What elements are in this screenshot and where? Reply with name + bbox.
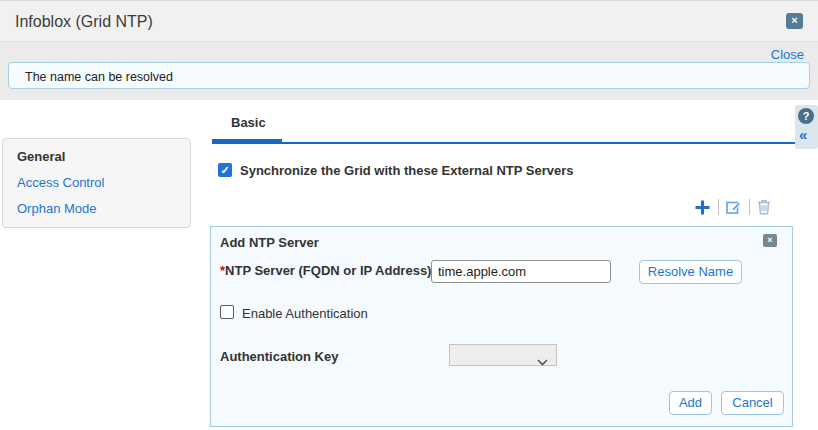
authentication-key-select[interactable] bbox=[449, 344, 557, 366]
authentication-key-label: Authentication Key bbox=[220, 349, 338, 364]
add-ntp-server-panel: Add NTP Server × *NTP Server (FQDN or IP… bbox=[210, 226, 793, 427]
notice-strip: Close The name can be resolved bbox=[0, 42, 818, 100]
ntp-server-label-text: NTP Server (FQDN or IP Address) bbox=[225, 263, 431, 278]
content-area: Basic ? « General Access Control Orphan … bbox=[0, 100, 818, 430]
icon-divider bbox=[749, 199, 750, 215]
page-title: Infoblox (Grid NTP) bbox=[15, 13, 153, 31]
add-button[interactable]: Add bbox=[669, 391, 712, 415]
cancel-button[interactable]: Cancel bbox=[721, 391, 784, 415]
chevron-down-icon bbox=[537, 352, 548, 370]
help-icon[interactable]: ? bbox=[798, 108, 814, 124]
panel-title: Add NTP Server bbox=[220, 235, 319, 250]
sync-checkbox[interactable]: ✓ bbox=[218, 163, 232, 177]
enable-authentication-label: Enable Authentication bbox=[242, 306, 368, 321]
delete-icon[interactable] bbox=[757, 199, 771, 215]
sidebar: General Access Control Orphan Mode bbox=[2, 138, 191, 228]
close-link[interactable]: Close bbox=[771, 47, 804, 62]
sidebar-item-general[interactable]: General bbox=[17, 150, 176, 163]
edit-icon[interactable] bbox=[726, 199, 742, 215]
title-bar: Infoblox (Grid NTP) × bbox=[0, 0, 818, 42]
status-message-text: The name can be resolved bbox=[25, 70, 173, 84]
sync-checkbox-label: Synchronize the Grid with these External… bbox=[240, 163, 574, 178]
resolve-name-button[interactable]: Resolve Name bbox=[639, 260, 742, 284]
tab-underline bbox=[212, 142, 795, 144]
ntp-server-label: *NTP Server (FQDN or IP Address) bbox=[220, 263, 431, 278]
sidebar-item-orphan-mode[interactable]: Orphan Mode bbox=[17, 202, 176, 215]
window-close-icon[interactable]: × bbox=[786, 13, 803, 29]
tab-active-indicator bbox=[212, 139, 282, 144]
add-icon[interactable] bbox=[694, 199, 711, 216]
icon-divider bbox=[718, 199, 719, 215]
ntp-server-input[interactable] bbox=[431, 260, 611, 283]
enable-authentication-checkbox[interactable] bbox=[220, 305, 234, 319]
panel-close-icon[interactable]: × bbox=[763, 234, 777, 247]
sidebar-item-access-control[interactable]: Access Control bbox=[17, 176, 176, 189]
collapse-icon[interactable]: « bbox=[799, 126, 807, 143]
help-panel: ? « bbox=[795, 105, 818, 149]
server-list-toolbar bbox=[694, 197, 771, 217]
tab-basic[interactable]: Basic bbox=[231, 115, 266, 130]
status-message-box: The name can be resolved bbox=[8, 62, 810, 89]
